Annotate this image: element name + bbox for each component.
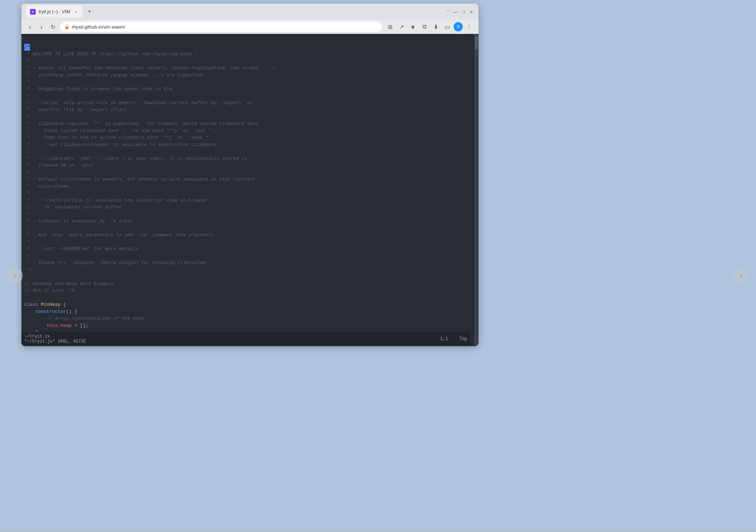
- translate-icon[interactable]: ⊞: [385, 22, 395, 32]
- page-scroll-right-button[interactable]: ›: [733, 268, 749, 283]
- tab-title: tryit.js (~) - VIM: [39, 9, 70, 14]
- sidebar-icon[interactable]: ▭: [442, 22, 452, 32]
- lock-icon: 🔒: [64, 24, 70, 29]
- bookmark-icon[interactable]: ★: [408, 22, 418, 32]
- refresh-button[interactable]: ↻: [49, 22, 57, 31]
- browser-titlebar: V tryit.js (~) - VIM × + ⌃ — □ ×: [21, 4, 479, 20]
- code-content: /* * WELCOME TO LIVE DEMO OF https://git…: [21, 37, 474, 346]
- scroll-position: Top: [459, 336, 467, 341]
- address-bar: ‹ › ↻ 🔒 rhysd.github.io/vim.wasm/ ⊞ ↗ ★ …: [21, 20, 479, 34]
- status-filename: ~/tryit.js: [24, 334, 86, 339]
- window-controls: ⌃ — □ ×: [445, 9, 474, 15]
- toolbar-actions: ⊞ ↗ ★ ⧉ ⬇ ▭ A ⋮: [385, 22, 474, 32]
- vim-editor[interactable]: /* * WELCOME TO LIVE DEMO OF https://git…: [21, 34, 479, 346]
- back-button[interactable]: ‹: [26, 22, 34, 31]
- page-scroll-left-button[interactable]: ‹: [7, 268, 23, 283]
- new-tab-button[interactable]: +: [84, 7, 94, 17]
- url-bar[interactable]: 🔒 rhysd.github.io/vim.wasm/: [60, 22, 382, 32]
- vim-content: /* * WELCOME TO LIVE DEMO OF https://git…: [21, 34, 474, 346]
- forward-button[interactable]: ›: [37, 22, 46, 31]
- url-text: rhysd.github.io/vim.wasm/: [72, 24, 125, 30]
- chevron-up-icon: ⌃: [445, 9, 451, 15]
- extensions-icon[interactable]: ⧉: [419, 22, 429, 32]
- tab-bar: V tryit.js (~) - VIM × +: [26, 5, 439, 18]
- maximize-button[interactable]: □: [461, 9, 466, 15]
- vim-scrollbar-thumb[interactable]: [475, 35, 478, 50]
- share-icon[interactable]: ↗: [396, 22, 406, 32]
- profile-icon[interactable]: A: [454, 22, 463, 31]
- vim-scrollbar[interactable]: [474, 34, 479, 346]
- tab-close-button[interactable]: ×: [73, 9, 79, 15]
- browser-window: V tryit.js (~) - VIM × + ⌃ — □ × ‹ › ↻ 🔒…: [21, 4, 479, 346]
- tab-favicon: V: [30, 9, 36, 15]
- download-icon[interactable]: ⬇: [431, 22, 441, 32]
- vim-statusbar: ~/tryit.js "~/tryit.js" 166L, 4173C 1,1 …: [21, 332, 470, 346]
- close-button[interactable]: ×: [469, 9, 474, 15]
- active-tab[interactable]: V tryit.js (~) - VIM ×: [26, 5, 83, 18]
- menu-icon[interactable]: ⋮: [464, 22, 474, 32]
- status-info: "~/tryit.js" 166L, 4173C: [24, 339, 86, 344]
- cursor-position: 1,1: [440, 336, 448, 341]
- page-bottom-scrollbar[interactable]: [0, 529, 756, 532]
- minimize-button[interactable]: —: [453, 9, 459, 15]
